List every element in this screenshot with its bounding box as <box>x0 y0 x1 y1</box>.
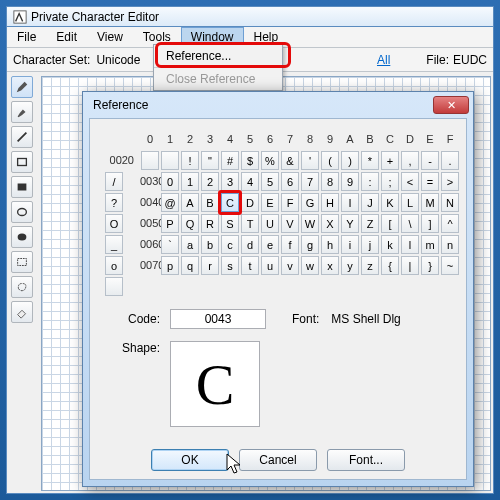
tool-ellipse-outline[interactable] <box>11 201 33 223</box>
char-cell[interactable]: } <box>421 256 439 275</box>
tool-pencil[interactable] <box>11 76 33 98</box>
code-link[interactable]: All <box>377 53 390 67</box>
char-cell[interactable]: p <box>161 256 179 275</box>
char-cell[interactable]: | <box>401 256 419 275</box>
menu-reference[interactable]: Reference... <box>154 45 282 67</box>
char-cell[interactable]: E <box>261 193 279 212</box>
char-cell[interactable]: v <box>281 256 299 275</box>
char-cell[interactable]: 8 <box>321 172 339 191</box>
char-cell[interactable]: ? <box>105 193 123 212</box>
char-cell[interactable]: / <box>105 172 123 191</box>
char-cell[interactable]: N <box>441 193 459 212</box>
char-cell[interactable]: 3 <box>221 172 239 191</box>
char-cell[interactable]: ' <box>301 151 319 170</box>
char-cell[interactable]: = <box>421 172 439 191</box>
char-cell[interactable]: s <box>221 256 239 275</box>
char-cell[interactable]: t <box>241 256 259 275</box>
char-cell[interactable]: X <box>321 214 339 233</box>
menu-edit[interactable]: Edit <box>46 27 87 47</box>
char-cell[interactable]: P <box>161 214 179 233</box>
tool-select-free[interactable] <box>11 276 33 298</box>
char-cell[interactable]: 2 <box>201 172 219 191</box>
char-cell[interactable]: D <box>241 193 259 212</box>
menu-file[interactable]: File <box>7 27 46 47</box>
char-cell[interactable]: b <box>201 235 219 254</box>
char-cell[interactable]: % <box>261 151 279 170</box>
char-cell[interactable]: ] <box>421 214 439 233</box>
char-cell[interactable]: Z <box>361 214 379 233</box>
char-cell[interactable]: S <box>221 214 239 233</box>
char-cell[interactable]: F <box>281 193 299 212</box>
char-cell[interactable]: M <box>421 193 439 212</box>
char-cell[interactable] <box>105 277 123 296</box>
tool-brush[interactable] <box>11 101 33 123</box>
char-cell[interactable]: ) <box>341 151 359 170</box>
char-cell[interactable]: O <box>105 214 123 233</box>
char-cell[interactable]: o <box>105 256 123 275</box>
char-cell[interactable]: n <box>441 235 459 254</box>
char-cell[interactable]: 6 <box>281 172 299 191</box>
tool-eraser[interactable] <box>11 301 33 323</box>
char-cell[interactable]: > <box>441 172 459 191</box>
char-cell[interactable]: R <box>201 214 219 233</box>
tool-rect-outline[interactable] <box>11 151 33 173</box>
char-cell[interactable]: l <box>401 235 419 254</box>
char-cell[interactable]: q <box>181 256 199 275</box>
char-cell[interactable]: . <box>441 151 459 170</box>
char-cell[interactable]: { <box>381 256 399 275</box>
char-cell[interactable]: h <box>321 235 339 254</box>
char-cell[interactable]: + <box>381 151 399 170</box>
char-cell[interactable]: J <box>361 193 379 212</box>
char-cell[interactable]: x <box>321 256 339 275</box>
char-cell[interactable]: 4 <box>241 172 259 191</box>
char-cell[interactable]: ~ <box>441 256 459 275</box>
char-cell[interactable]: d <box>241 235 259 254</box>
char-cell[interactable]: e <box>261 235 279 254</box>
char-cell[interactable]: @ <box>161 193 179 212</box>
char-cell[interactable]: H <box>321 193 339 212</box>
char-cell[interactable]: 5 <box>261 172 279 191</box>
char-cell[interactable]: w <box>301 256 319 275</box>
font-button[interactable]: Font... <box>327 449 405 471</box>
char-cell[interactable]: A <box>181 193 199 212</box>
char-cell[interactable]: ; <box>381 172 399 191</box>
char-cell[interactable]: G <box>301 193 319 212</box>
tool-ellipse-fill[interactable] <box>11 226 33 248</box>
char-cell[interactable]: g <box>301 235 319 254</box>
char-cell[interactable]: Q <box>181 214 199 233</box>
char-cell[interactable]: # <box>221 151 239 170</box>
char-cell[interactable]: B <box>201 193 219 212</box>
char-cell[interactable]: [ <box>381 214 399 233</box>
cancel-button[interactable]: Cancel <box>239 449 317 471</box>
char-cell[interactable]: : <box>361 172 379 191</box>
char-cell[interactable]: , <box>401 151 419 170</box>
char-cell[interactable]: a <box>181 235 199 254</box>
char-cell[interactable]: K <box>381 193 399 212</box>
tool-select-rect[interactable] <box>11 251 33 273</box>
char-cell[interactable] <box>141 151 159 170</box>
char-cell[interactable]: Y <box>341 214 359 233</box>
ok-button[interactable]: OK <box>151 449 229 471</box>
dialog-close-button[interactable]: ✕ <box>433 96 469 114</box>
char-cell[interactable]: r <box>201 256 219 275</box>
char-cell[interactable]: m <box>421 235 439 254</box>
char-cell[interactable]: W <box>301 214 319 233</box>
char-cell[interactable]: ! <box>181 151 199 170</box>
char-cell[interactable]: ( <box>321 151 339 170</box>
dialog-titlebar[interactable]: Reference ✕ <box>83 92 473 118</box>
char-cell[interactable]: ^ <box>441 214 459 233</box>
char-cell[interactable]: f <box>281 235 299 254</box>
char-cell[interactable]: $ <box>241 151 259 170</box>
char-cell[interactable]: V <box>281 214 299 233</box>
tool-rect-fill[interactable] <box>11 176 33 198</box>
char-cell[interactable]: 7 <box>301 172 319 191</box>
char-cell[interactable]: _ <box>105 235 123 254</box>
char-cell[interactable]: z <box>361 256 379 275</box>
char-cell[interactable]: L <box>401 193 419 212</box>
char-cell[interactable]: C <box>221 193 239 212</box>
tool-line[interactable] <box>11 126 33 148</box>
char-cell[interactable]: < <box>401 172 419 191</box>
char-cell[interactable]: y <box>341 256 359 275</box>
char-cell[interactable]: * <box>361 151 379 170</box>
char-cell[interactable]: " <box>201 151 219 170</box>
